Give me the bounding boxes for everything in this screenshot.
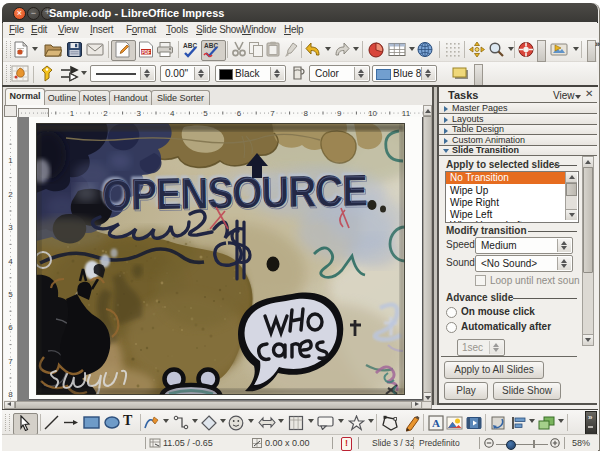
- svg-text:PDF: PDF: [142, 50, 151, 55]
- svg-text:A: A: [432, 417, 440, 429]
